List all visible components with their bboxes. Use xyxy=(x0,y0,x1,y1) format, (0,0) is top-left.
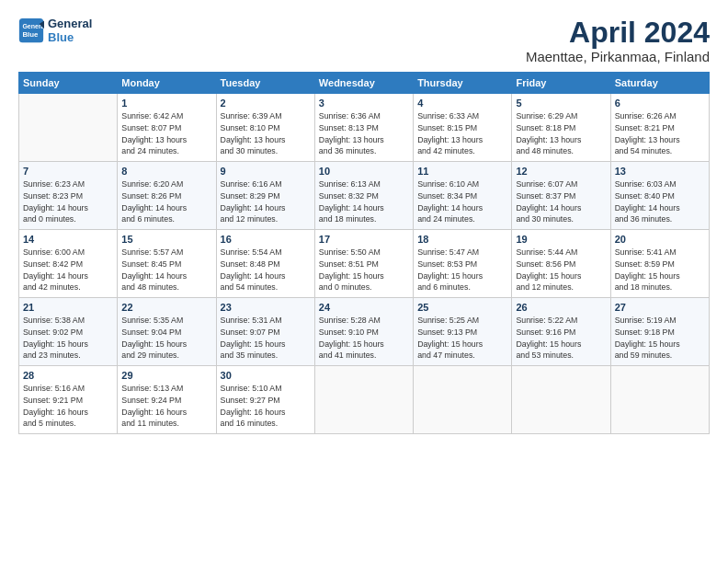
cell-info: Sunrise: 5:50 AM Sunset: 8:51 PM Dayligh… xyxy=(319,247,409,293)
cell-info: Sunrise: 5:54 AM Sunset: 8:48 PM Dayligh… xyxy=(221,247,311,293)
cell-info: Sunrise: 6:07 AM Sunset: 8:37 PM Dayligh… xyxy=(516,178,606,225)
cell-date: 11 xyxy=(417,166,507,177)
table-row: 18Sunrise: 5:47 AM Sunset: 8:53 PM Dayli… xyxy=(414,230,512,298)
table-row: 29Sunrise: 5:13 AM Sunset: 9:24 PM Dayli… xyxy=(118,366,216,434)
cell-date: 12 xyxy=(516,166,606,177)
cell-date: 27 xyxy=(615,302,705,313)
cell-info: Sunrise: 5:25 AM Sunset: 9:13 PM Dayligh… xyxy=(417,315,507,362)
table-row: 15Sunrise: 5:57 AM Sunset: 8:45 PM Dayli… xyxy=(118,230,216,298)
cell-info: Sunrise: 6:03 AM Sunset: 8:40 PM Dayligh… xyxy=(615,178,705,225)
cell-info: Sunrise: 5:28 AM Sunset: 9:10 PM Dayligh… xyxy=(319,315,409,362)
cell-date: 22 xyxy=(121,302,211,313)
cell-date: 29 xyxy=(121,370,211,381)
cell-date: 3 xyxy=(319,98,409,109)
week-row-3: 14Sunrise: 6:00 AM Sunset: 8:42 PM Dayli… xyxy=(19,230,710,298)
cell-date: 21 xyxy=(23,302,113,313)
logo-icon: General Blue xyxy=(18,17,44,43)
logo-text: General Blue xyxy=(48,17,92,44)
table-row: 1Sunrise: 6:42 AM Sunset: 8:07 PM Daylig… xyxy=(118,94,216,162)
cell-date: 6 xyxy=(615,98,705,109)
cell-info: Sunrise: 6:00 AM Sunset: 8:42 PM Dayligh… xyxy=(23,247,113,293)
table-row: 4Sunrise: 6:33 AM Sunset: 8:15 PM Daylig… xyxy=(414,94,512,162)
calendar-table: Sunday Monday Tuesday Wednesday Thursday… xyxy=(18,72,710,434)
cell-info: Sunrise: 6:39 AM Sunset: 8:10 PM Dayligh… xyxy=(221,110,311,157)
cell-info: Sunrise: 5:22 AM Sunset: 9:16 PM Dayligh… xyxy=(516,315,606,362)
week-row-2: 7Sunrise: 6:23 AM Sunset: 8:23 PM Daylig… xyxy=(19,162,710,230)
cell-date: 4 xyxy=(417,98,507,109)
table-row xyxy=(19,94,118,162)
table-row: 23Sunrise: 5:31 AM Sunset: 9:07 PM Dayli… xyxy=(216,298,314,366)
table-row: 30Sunrise: 5:10 AM Sunset: 9:27 PM Dayli… xyxy=(216,366,314,434)
cell-date: 15 xyxy=(121,234,211,245)
cell-info: Sunrise: 5:38 AM Sunset: 9:02 PM Dayligh… xyxy=(23,315,113,362)
header-saturday: Saturday xyxy=(610,73,709,94)
cell-info: Sunrise: 6:20 AM Sunset: 8:26 PM Dayligh… xyxy=(121,178,211,225)
cell-info: Sunrise: 5:19 AM Sunset: 9:18 PM Dayligh… xyxy=(615,315,705,362)
cell-info: Sunrise: 5:13 AM Sunset: 9:24 PM Dayligh… xyxy=(121,383,211,430)
table-row xyxy=(512,366,610,434)
cell-date: 25 xyxy=(417,302,507,313)
cell-date: 10 xyxy=(319,166,409,177)
header-tuesday: Tuesday xyxy=(216,73,314,94)
cell-info: Sunrise: 6:13 AM Sunset: 8:32 PM Dayligh… xyxy=(319,178,409,225)
table-row: 20Sunrise: 5:41 AM Sunset: 8:59 PM Dayli… xyxy=(610,230,709,298)
cell-info: Sunrise: 6:33 AM Sunset: 8:15 PM Dayligh… xyxy=(417,110,507,157)
cell-info: Sunrise: 5:41 AM Sunset: 8:59 PM Dayligh… xyxy=(615,247,705,293)
table-row: 3Sunrise: 6:36 AM Sunset: 8:13 PM Daylig… xyxy=(314,94,413,162)
cell-date: 20 xyxy=(615,234,705,245)
table-row: 24Sunrise: 5:28 AM Sunset: 9:10 PM Dayli… xyxy=(314,298,413,366)
cell-date: 9 xyxy=(221,166,311,177)
calendar-subtitle: Maenttae, Pirkanmaa, Finland xyxy=(526,49,710,64)
cell-info: Sunrise: 5:57 AM Sunset: 8:45 PM Dayligh… xyxy=(121,247,211,293)
header-thursday: Thursday xyxy=(414,73,512,94)
table-row: 26Sunrise: 5:22 AM Sunset: 9:16 PM Dayli… xyxy=(512,298,610,366)
table-row xyxy=(414,366,512,434)
weekday-header-row: Sunday Monday Tuesday Wednesday Thursday… xyxy=(19,73,710,94)
header-friday: Friday xyxy=(512,73,610,94)
table-row: 16Sunrise: 5:54 AM Sunset: 8:48 PM Dayli… xyxy=(216,230,314,298)
cell-date: 26 xyxy=(516,302,606,313)
cell-info: Sunrise: 6:29 AM Sunset: 8:18 PM Dayligh… xyxy=(516,110,606,157)
table-row: 21Sunrise: 5:38 AM Sunset: 9:02 PM Dayli… xyxy=(19,298,118,366)
calendar-title: April 2024 xyxy=(526,17,710,49)
cell-date: 18 xyxy=(417,234,507,245)
table-row: 14Sunrise: 6:00 AM Sunset: 8:42 PM Dayli… xyxy=(19,230,118,298)
cell-date: 30 xyxy=(221,370,311,381)
week-row-4: 21Sunrise: 5:38 AM Sunset: 9:02 PM Dayli… xyxy=(19,298,710,366)
week-row-1: 1Sunrise: 6:42 AM Sunset: 8:07 PM Daylig… xyxy=(19,94,710,162)
header-sunday: Sunday xyxy=(19,73,118,94)
week-row-5: 28Sunrise: 5:16 AM Sunset: 9:21 PM Dayli… xyxy=(19,366,710,434)
table-row: 2Sunrise: 6:39 AM Sunset: 8:10 PM Daylig… xyxy=(216,94,314,162)
cell-info: Sunrise: 5:47 AM Sunset: 8:53 PM Dayligh… xyxy=(417,247,507,293)
cell-date: 19 xyxy=(516,234,606,245)
header-monday: Monday xyxy=(118,73,216,94)
table-row: 10Sunrise: 6:13 AM Sunset: 8:32 PM Dayli… xyxy=(314,162,413,230)
cell-info: Sunrise: 5:10 AM Sunset: 9:27 PM Dayligh… xyxy=(221,383,311,430)
table-row: 12Sunrise: 6:07 AM Sunset: 8:37 PM Dayli… xyxy=(512,162,610,230)
cell-date: 17 xyxy=(319,234,409,245)
cell-date: 23 xyxy=(221,302,311,313)
cell-info: Sunrise: 5:35 AM Sunset: 9:04 PM Dayligh… xyxy=(121,315,211,362)
table-row xyxy=(314,366,413,434)
cell-date: 5 xyxy=(516,98,606,109)
cell-date: 16 xyxy=(221,234,311,245)
title-block: April 2024 Maenttae, Pirkanmaa, Finland xyxy=(526,17,710,64)
cell-info: Sunrise: 6:42 AM Sunset: 8:07 PM Dayligh… xyxy=(121,110,211,157)
table-row: 11Sunrise: 6:10 AM Sunset: 8:34 PM Dayli… xyxy=(414,162,512,230)
cell-info: Sunrise: 6:16 AM Sunset: 8:29 PM Dayligh… xyxy=(221,178,311,225)
table-row: 5Sunrise: 6:29 AM Sunset: 8:18 PM Daylig… xyxy=(512,94,610,162)
table-row: 9Sunrise: 6:16 AM Sunset: 8:29 PM Daylig… xyxy=(216,162,314,230)
cell-date: 8 xyxy=(121,166,211,177)
table-row: 25Sunrise: 5:25 AM Sunset: 9:13 PM Dayli… xyxy=(414,298,512,366)
table-row: 17Sunrise: 5:50 AM Sunset: 8:51 PM Dayli… xyxy=(314,230,413,298)
cell-date: 1 xyxy=(121,98,211,109)
logo: General Blue General Blue xyxy=(18,17,92,44)
cell-info: Sunrise: 6:10 AM Sunset: 8:34 PM Dayligh… xyxy=(417,178,507,225)
cell-info: Sunrise: 5:44 AM Sunset: 8:56 PM Dayligh… xyxy=(516,247,606,293)
cell-date: 2 xyxy=(221,98,311,109)
table-row xyxy=(610,366,709,434)
page: General Blue General Blue April 2024 Mae… xyxy=(0,0,728,563)
table-row: 19Sunrise: 5:44 AM Sunset: 8:56 PM Dayli… xyxy=(512,230,610,298)
table-row: 7Sunrise: 6:23 AM Sunset: 8:23 PM Daylig… xyxy=(19,162,118,230)
cell-date: 14 xyxy=(23,234,113,245)
